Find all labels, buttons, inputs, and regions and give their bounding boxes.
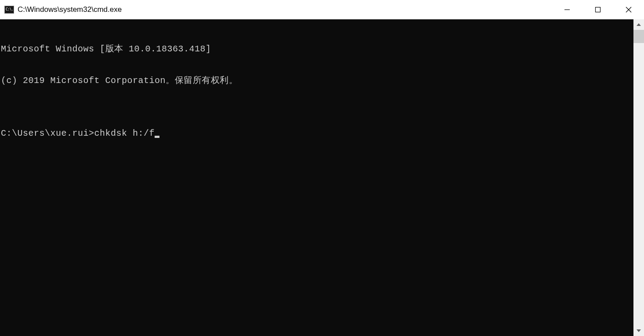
scroll-down-arrow[interactable] bbox=[633, 325, 644, 336]
terminal-output[interactable]: Microsoft Windows [版本 10.0.18363.418] (c… bbox=[0, 19, 633, 336]
window-controls bbox=[552, 0, 644, 19]
minimize-button[interactable] bbox=[552, 0, 582, 19]
chevron-down-icon bbox=[637, 329, 641, 332]
scroll-up-arrow[interactable] bbox=[633, 19, 644, 30]
vertical-scrollbar[interactable] bbox=[633, 19, 644, 336]
scroll-thumb[interactable] bbox=[633, 30, 644, 43]
maximize-icon bbox=[594, 6, 601, 13]
window-titlebar: C:\. C:\Windows\system32\cmd.exe bbox=[0, 0, 644, 19]
scroll-track[interactable] bbox=[633, 30, 644, 325]
maximize-button[interactable] bbox=[582, 0, 613, 19]
close-icon bbox=[625, 6, 632, 13]
prompt-text: C:\Users\xue.rui> bbox=[1, 128, 94, 139]
console-area: Microsoft Windows [版本 10.0.18363.418] (c… bbox=[0, 19, 644, 336]
output-line: Microsoft Windows [版本 10.0.18363.418] bbox=[1, 44, 633, 54]
output-line: (c) 2019 Microsoft Corporation。保留所有权利。 bbox=[1, 76, 633, 86]
svg-rect-1 bbox=[596, 7, 601, 12]
command-text: chkdsk h:/f bbox=[94, 128, 155, 139]
close-button[interactable] bbox=[613, 0, 644, 19]
text-cursor bbox=[155, 136, 159, 138]
window-title: C:\Windows\system32\cmd.exe bbox=[18, 5, 552, 14]
minimize-icon bbox=[564, 6, 571, 13]
cmd-icon: C:\. bbox=[4, 6, 14, 14]
cmd-icon-text: C:\. bbox=[6, 8, 13, 11]
chevron-up-icon bbox=[637, 23, 641, 26]
prompt-line: C:\Users\xue.rui>chkdsk h:/f bbox=[1, 128, 633, 139]
